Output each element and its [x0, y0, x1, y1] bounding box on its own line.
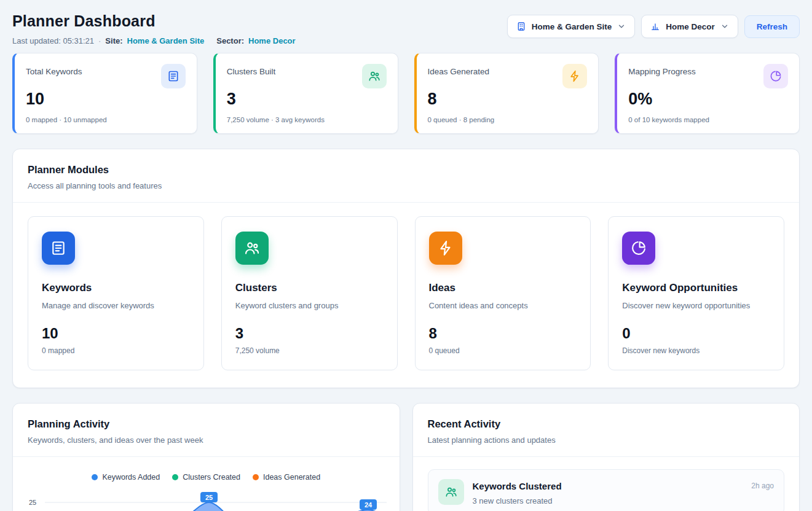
stat-sub: 0 queued · 8 pending: [428, 109, 588, 123]
meta-row: Last updated: 05:31:21 · Site: Home & Ga…: [12, 36, 296, 45]
sector-label: Sector:: [216, 36, 244, 45]
module-sub: Discover new keywords: [622, 346, 770, 355]
point-label-badge: 25: [200, 492, 218, 502]
activity-item-description: 3 new clusters created: [473, 496, 743, 505]
planning-activity-subtitle: Keywords, clusters, and ideas over the p…: [28, 435, 385, 445]
legend-dot-orange: [253, 474, 259, 480]
stat-value: 10: [26, 90, 186, 109]
planning-activity-panel: Planning Activity Keywords, clusters, an…: [12, 403, 400, 511]
point-label-badge: 24: [360, 499, 377, 510]
stats-row: Total Keywords 10 0 mapped · 10 unmapped…: [12, 53, 800, 134]
module-description: Discover new keyword opportunities: [622, 301, 770, 310]
lightning-icon: [429, 232, 462, 265]
bottom-row: Planning Activity Keywords, clusters, an…: [12, 403, 800, 511]
stat-label: Clusters Built: [227, 64, 276, 76]
document-icon: [42, 232, 75, 265]
header-left: Planner Dashboard Last updated: 05:31:21…: [12, 10, 296, 45]
module-title: Clusters: [235, 282, 384, 294]
stat-sub: 7,250 volume · 3 avg keywords: [227, 109, 387, 123]
users-icon: [438, 479, 464, 505]
module-title: Ideas: [429, 282, 577, 294]
pie-chart-icon: [622, 232, 655, 265]
legend-item-clusters-created: Clusters Created: [172, 473, 240, 482]
activity-chart: 25 25 24: [13, 489, 400, 511]
sector-selector-label: Home Decor: [666, 22, 715, 31]
site-selector-dropdown[interactable]: Home & Garden Site: [507, 15, 636, 38]
legend-item-ideas-generated: Ideas Generated: [253, 473, 320, 482]
activity-item-keywords-clustered[interactable]: Keywords Clustered 3 new clusters create…: [428, 469, 785, 511]
site-selector-label: Home & Garden Site: [532, 22, 612, 31]
pie-chart-icon: [763, 64, 788, 88]
module-title: Keyword Opportunities: [622, 282, 770, 294]
recent-activity-title: Recent Activity: [428, 418, 785, 430]
stat-card-ideas-generated: Ideas Generated 8 0 queued · 8 pending: [414, 53, 599, 134]
sector-link[interactable]: Home Decor: [248, 36, 296, 45]
y-axis-tick: 25: [29, 499, 36, 506]
users-icon: [235, 232, 269, 265]
separator-dot: ·: [98, 36, 101, 45]
svg-text:24: 24: [365, 501, 372, 509]
bar-chart-icon: [650, 21, 660, 31]
stat-card-mapping-progress: Mapping Progress 0% 0 of 10 keywords map…: [615, 53, 800, 134]
legend-label: Keywords Added: [102, 473, 160, 482]
module-value: 3: [235, 325, 384, 342]
module-card-keywords[interactable]: Keywords Manage and discover keywords 10…: [28, 216, 204, 370]
module-title: Keywords: [42, 282, 190, 294]
svg-text:25: 25: [205, 494, 213, 501]
stat-value: 0%: [628, 90, 788, 109]
area-chart-svg: 25 25 24: [24, 491, 389, 511]
stat-value: 3: [227, 90, 387, 109]
module-value: 10: [42, 325, 190, 342]
module-description: Keyword clusters and groups: [235, 301, 384, 310]
stat-card-clusters-built: Clusters Built 3 7,250 volume · 3 avg ke…: [213, 53, 398, 134]
legend-label: Ideas Generated: [263, 473, 320, 482]
top-bar: Planner Dashboard Last updated: 05:31:21…: [12, 10, 800, 45]
legend-dot-blue: [92, 474, 98, 480]
chevron-down-icon: [720, 22, 729, 31]
activity-item-title: Keywords Clustered: [473, 481, 743, 491]
recent-activity-subtitle: Latest planning actions and updates: [428, 435, 785, 445]
last-updated-text: Last updated: 05:31:21: [12, 36, 94, 45]
module-card-clusters[interactable]: Clusters Keyword clusters and groups 3 7…: [221, 216, 398, 370]
page-title: Planner Dashboard: [12, 12, 296, 30]
stat-label: Mapping Progress: [628, 64, 696, 76]
module-card-keyword-opportunities[interactable]: Keyword Opportunities Discover new keywo…: [608, 216, 784, 370]
modules-grid: Keywords Manage and discover keywords 10…: [13, 203, 799, 388]
stat-card-total-keywords: Total Keywords 10 0 mapped · 10 unmapped: [12, 53, 197, 134]
building-icon: [516, 21, 526, 31]
refresh-button[interactable]: Refresh: [744, 15, 800, 38]
activity-item-time: 2h ago: [751, 479, 774, 490]
planning-activity-title: Planning Activity: [28, 418, 385, 430]
lightning-icon: [562, 64, 587, 88]
module-sub: 7,250 volume: [235, 346, 384, 355]
module-value: 8: [429, 325, 577, 342]
recent-activity-panel: Recent Activity Latest planning actions …: [412, 403, 800, 511]
chevron-down-icon: [617, 22, 626, 31]
users-icon: [362, 64, 387, 88]
module-sub: 0 mapped: [42, 346, 190, 355]
recent-activity-header: Recent Activity Latest planning actions …: [413, 404, 800, 457]
planner-modules-panel: Planner Modules Access all planning tool…: [12, 149, 800, 388]
stat-label: Total Keywords: [26, 64, 82, 76]
document-icon: [161, 64, 186, 88]
stat-sub: 0 of 10 keywords mapped: [628, 109, 788, 123]
site-link[interactable]: Home & Garden Site: [127, 36, 205, 45]
module-description: Manage and discover keywords: [42, 301, 190, 310]
module-description: Content ideas and concepts: [429, 301, 577, 310]
chart-legend: Keywords Added Clusters Created Ideas Ge…: [13, 457, 400, 489]
modules-title: Planner Modules: [28, 164, 784, 176]
sector-selector-dropdown[interactable]: Home Decor: [641, 15, 738, 38]
modules-panel-header: Planner Modules Access all planning tool…: [13, 149, 799, 203]
planner-dashboard-page: Planner Dashboard Last updated: 05:31:21…: [0, 0, 812, 511]
site-label: Site:: [105, 36, 122, 45]
legend-dot-green: [172, 474, 178, 480]
activity-item-body: Keywords Clustered 3 new clusters create…: [473, 479, 743, 505]
header-actions: Home & Garden Site Home Decor Refresh: [507, 15, 800, 38]
planning-activity-header: Planning Activity Keywords, clusters, an…: [13, 404, 400, 457]
module-card-ideas[interactable]: Ideas Content ideas and concepts 8 0 que…: [415, 216, 591, 370]
module-value: 0: [622, 325, 770, 342]
stat-sub: 0 mapped · 10 unmapped: [26, 109, 186, 123]
stat-label: Ideas Generated: [428, 64, 490, 76]
modules-subtitle: Access all planning tools and features: [28, 181, 784, 190]
legend-label: Clusters Created: [183, 473, 240, 482]
